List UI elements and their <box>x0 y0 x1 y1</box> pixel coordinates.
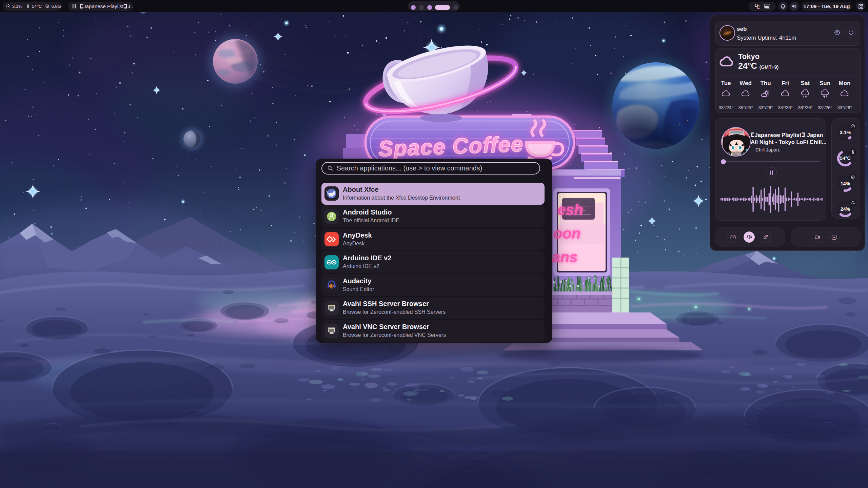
svg-text:ans: ans <box>552 249 578 265</box>
svg-text:Space Coffee: Space Coffee <box>378 132 524 161</box>
svg-text:esh: esh <box>557 201 583 218</box>
svg-text:oon: oon <box>553 225 581 242</box>
